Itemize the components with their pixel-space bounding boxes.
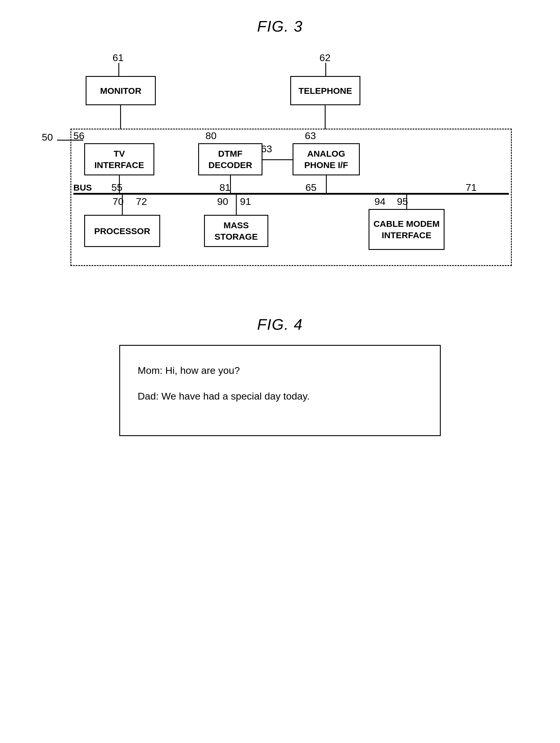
- ref-81: 81: [219, 182, 230, 193]
- ref-91: 91: [240, 196, 251, 207]
- line-proc-bus: [122, 193, 123, 215]
- fig4-box: Mom: Hi, how are you? Dad: We have had a…: [119, 345, 441, 436]
- line-tv-bus: [119, 175, 120, 193]
- line-dtmf-analog: [262, 159, 293, 160]
- analog-phone-box: ANALOG PHONE I/F: [293, 143, 360, 175]
- ref-71: 71: [466, 182, 477, 193]
- ref-65: 65: [305, 182, 316, 193]
- bus-line: [73, 193, 509, 195]
- fig3-diagram: 50 61 62 MONITOR TELEPHONE 56 80 63: [39, 47, 521, 275]
- ref-90: 90: [217, 196, 228, 207]
- ref-55: 55: [111, 182, 123, 193]
- ref-80: 80: [206, 130, 217, 141]
- fig4-title: FIG. 4: [29, 316, 531, 333]
- line-telephone-down: [325, 105, 326, 129]
- ref-63b: 63: [305, 130, 316, 141]
- line-62: [325, 63, 326, 77]
- ref-94: 94: [375, 196, 386, 207]
- mass-storage-box: MASS STORAGE: [204, 215, 268, 247]
- fig3-title: FIG. 3: [29, 17, 531, 35]
- fig4-line1: Mom: Hi, how are you?: [138, 360, 422, 380]
- ref-56: 56: [73, 130, 84, 141]
- fig4-line2: Dad: We have had a special day today.: [138, 386, 422, 406]
- ref-62: 62: [319, 52, 331, 63]
- line-monitor-down: [120, 105, 121, 129]
- line-dtmf-bus: [230, 175, 231, 193]
- fig4-section: FIG. 4 Mom: Hi, how are you? Dad: We hav…: [29, 316, 531, 436]
- tv-interface-box: TV INTERFACE: [84, 143, 154, 175]
- ref-61: 61: [113, 52, 124, 63]
- line-cable-bus: [406, 193, 407, 209]
- ref-63a: 63: [261, 143, 272, 155]
- bus-label: BUS: [73, 183, 92, 192]
- dtmf-box: DTMF DECODER: [198, 143, 262, 175]
- ref-50: 50: [42, 132, 53, 143]
- line-61: [118, 63, 119, 77]
- page: FIG. 3 50 61 62 MONITOR TELEPHONE 56 80: [0, 0, 560, 454]
- monitor-box: MONITOR: [86, 76, 156, 105]
- line-analog-bus: [326, 175, 327, 193]
- line-storage-bus: [236, 193, 237, 215]
- cable-modem-box: CABLE MODEM INTERFACE: [369, 209, 444, 250]
- processor-box: PROCESSOR: [84, 215, 160, 247]
- ref-72: 72: [136, 196, 147, 207]
- telephone-box: TELEPHONE: [290, 76, 360, 105]
